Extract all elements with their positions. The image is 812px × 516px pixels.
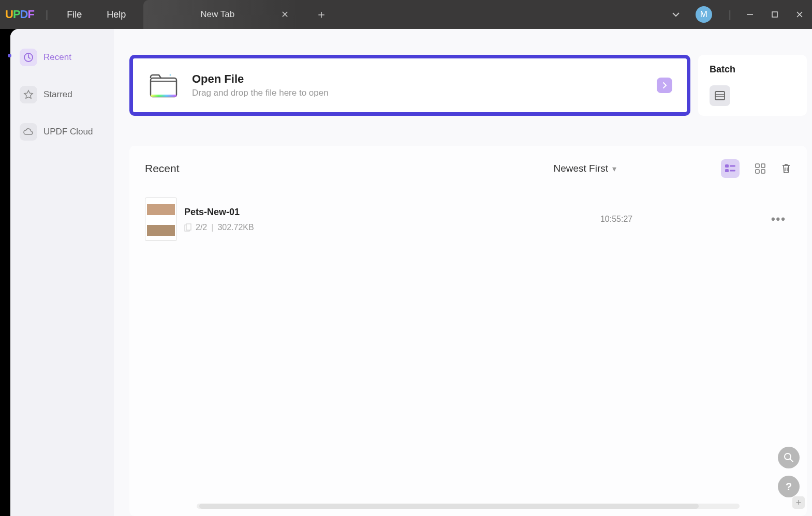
sidebar-item-cloud[interactable]: UPDF Cloud — [10, 119, 114, 145]
clock-icon — [20, 49, 37, 66]
tab-new[interactable]: New Tab ✕ — [143, 0, 299, 29]
open-file-subtitle: Drag and drop the file here to open — [192, 88, 657, 98]
folder-icon — [147, 71, 180, 100]
sidebar-label-starred: Starred — [43, 89, 72, 100]
minimize-button[interactable] — [737, 0, 762, 29]
open-file-card[interactable]: Open File Drag and drop the file here to… — [129, 55, 690, 116]
open-file-title: Open File — [192, 72, 657, 86]
sidebar-item-starred[interactable]: Starred — [10, 82, 114, 108]
svg-point-21 — [785, 453, 791, 460]
pages-icon — [184, 223, 191, 232]
batch-title: Batch — [710, 64, 795, 75]
sidebar-label-cloud: UPDF Cloud — [43, 127, 93, 137]
batch-card: Batch — [698, 55, 807, 116]
horizontal-scrollbar[interactable] — [197, 504, 740, 509]
user-avatar[interactable]: M — [696, 6, 712, 23]
meta-divider: | — [211, 223, 213, 232]
help-fab[interactable]: ? — [778, 476, 800, 497]
svg-rect-4 — [151, 95, 176, 97]
svg-rect-14 — [761, 164, 765, 168]
star-icon — [20, 86, 37, 103]
titlebar-separator: | — [46, 9, 48, 21]
app-logo: UPDF — [0, 8, 39, 21]
open-file-arrow-icon[interactable] — [657, 78, 672, 93]
menu-file[interactable]: File — [54, 9, 94, 20]
sort-dropdown[interactable]: Newest First — [553, 163, 608, 174]
titlebar: UPDF | File Help New Tab ✕ ＋ M | — [0, 0, 812, 29]
sidebar-indicator-dot — [8, 54, 11, 57]
tab-label: New Tab — [200, 9, 234, 20]
svg-point-5 — [170, 74, 171, 76]
sidebar: Recent Starred UPDF Cloud — [10, 29, 114, 516]
trash-icon[interactable] — [781, 163, 791, 174]
sidebar-item-recent[interactable]: Recent — [10, 44, 114, 70]
file-pages: 2/2 — [196, 223, 207, 232]
tab-close-icon[interactable]: ✕ — [281, 9, 289, 20]
chevron-down-icon[interactable] — [671, 9, 681, 20]
recent-panel-title: Recent — [145, 162, 180, 175]
file-time: 10:55:27 — [600, 215, 771, 224]
svg-rect-15 — [756, 170, 759, 173]
search-fab[interactable] — [778, 447, 800, 468]
svg-rect-6 — [715, 92, 725, 100]
main-content: Open File Drag and drop the file here to… — [114, 29, 812, 516]
svg-rect-11 — [725, 169, 729, 172]
close-button[interactable] — [787, 0, 812, 29]
file-size: 302.72KB — [217, 223, 254, 232]
svg-rect-1 — [772, 12, 777, 17]
cloud-icon — [20, 123, 37, 141]
svg-line-22 — [790, 459, 793, 462]
file-more-icon[interactable]: ••• — [771, 213, 786, 226]
file-name: Pets-New-01 — [184, 207, 600, 218]
svg-rect-20 — [186, 224, 191, 230]
file-row[interactable]: Pets-New-01 2/2 | 302.72KB 10:55:27 ••• — [145, 192, 791, 246]
svg-rect-13 — [756, 164, 759, 168]
add-button[interactable]: + — [792, 496, 805, 509]
recent-panel: Recent Newest First ▾ — [129, 146, 807, 516]
new-tab-button[interactable]: ＋ — [316, 7, 327, 22]
grid-view-button[interactable] — [751, 159, 770, 178]
file-thumbnail — [145, 198, 177, 241]
sidebar-label-recent: Recent — [43, 52, 71, 63]
list-view-button[interactable] — [721, 159, 740, 178]
sort-caret-icon[interactable]: ▾ — [612, 164, 616, 174]
svg-rect-16 — [761, 170, 765, 173]
svg-rect-12 — [730, 170, 735, 172]
svg-rect-9 — [725, 164, 729, 168]
titlebar-separator-2: | — [729, 9, 731, 21]
batch-scanner-icon[interactable] — [710, 85, 730, 106]
svg-rect-10 — [730, 165, 735, 167]
menu-help[interactable]: Help — [94, 9, 138, 20]
maximize-button[interactable] — [762, 0, 787, 29]
